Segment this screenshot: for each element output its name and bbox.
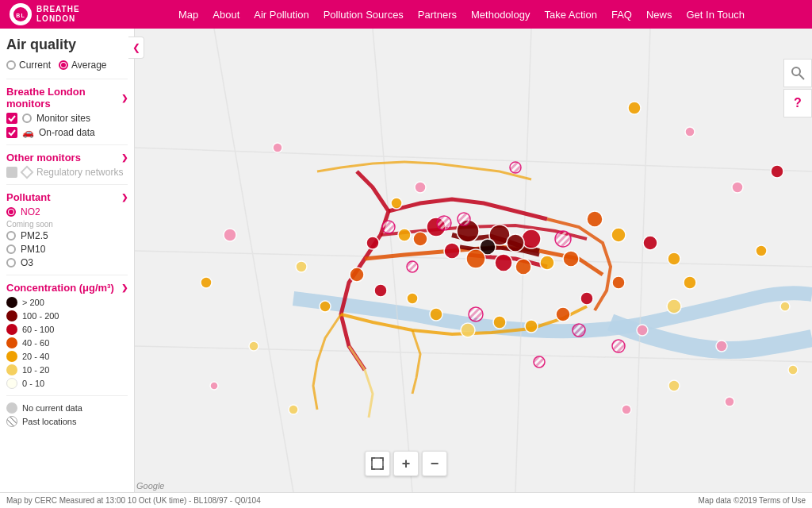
svg-point-16 (628, 102, 641, 114)
pollutant-chevron: ❯ (121, 193, 128, 202)
svg-point-48 (643, 236, 657, 250)
map-container[interactable]: ? (135, 29, 812, 492)
pollutant-pm10[interactable]: PM10 (6, 244, 128, 255)
svg-point-19 (756, 245, 767, 256)
no-current-data-row: No current data (6, 402, 128, 414)
pollutant-o3[interactable]: O3 (6, 257, 128, 268)
nav-methodology[interactable]: Methodology (471, 9, 530, 21)
conc-dot-200 (6, 297, 17, 308)
svg-point-51 (667, 299, 681, 314)
sidebar: Air quality Current Average Breathe Lond… (0, 29, 135, 492)
breathe-monitors-chevron: ❯ (121, 94, 128, 102)
conc-dot-100 (6, 310, 17, 321)
svg-point-59 (580, 292, 593, 305)
nav-about[interactable]: About (213, 9, 239, 21)
conc-label-200: > 200 (22, 298, 44, 307)
pollutant-no2[interactable]: NO2 (6, 206, 128, 217)
svg-point-20 (780, 302, 790, 311)
svg-point-68 (716, 341, 727, 352)
svg-point-32 (540, 256, 554, 270)
svg-point-36 (437, 216, 451, 230)
svg-point-47 (611, 228, 626, 242)
page-title: Air quality (6, 37, 128, 53)
monitor-sites-icon (22, 114, 32, 123)
search-icon (791, 66, 805, 80)
conc-dot-40 (6, 337, 17, 348)
nav-air-pollution[interactable]: Air Pollution (254, 9, 308, 21)
zoom-in-icon: + (402, 456, 411, 472)
fullscreen-button[interactable] (365, 451, 390, 476)
sidebar-collapse-button[interactable]: ❮ (128, 37, 144, 59)
regulatory-networks-item[interactable]: Regulatory networks (6, 167, 128, 178)
pollutant-label: Pollutant (6, 191, 51, 203)
svg-point-42 (573, 324, 585, 337)
conc-dot-0 (6, 378, 17, 389)
svg-point-75 (792, 67, 800, 75)
svg-point-17 (685, 127, 695, 137)
map-data-attribution: Map data ©2019 Terms of Use (698, 496, 806, 505)
breathe-monitors-label: Breathe London monitors (6, 86, 121, 110)
svg-point-12 (201, 277, 212, 288)
map-search-button[interactable] (783, 59, 812, 87)
map-svg (135, 29, 812, 492)
view-mode-group: Current Average (6, 60, 128, 71)
conc-row-10: 10 - 20 (6, 364, 128, 375)
other-monitors-section[interactable]: Other monitors ❯ (6, 152, 128, 164)
svg-point-43 (534, 356, 545, 368)
fullscreen-icon (371, 457, 384, 470)
past-locations-icon (6, 416, 17, 427)
zoom-out-button[interactable]: − (422, 451, 447, 476)
conc-dot-20 (6, 351, 17, 362)
svg-rect-77 (372, 458, 383, 469)
svg-point-50 (684, 276, 696, 289)
no-current-data-label: No current data (22, 403, 82, 413)
regulatory-checkbox (6, 167, 17, 178)
svg-point-41 (469, 307, 483, 321)
on-road-label: On-road data (39, 127, 95, 138)
monitor-sites-item[interactable]: Monitor sites (6, 113, 128, 124)
map-controls: + − (365, 451, 447, 476)
conc-row-100: 100 - 200 (6, 310, 128, 321)
nav-faq[interactable]: FAQ (611, 9, 632, 21)
map-help-button[interactable]: ? (783, 89, 812, 117)
nav-news[interactable]: News (646, 9, 672, 21)
svg-point-28 (444, 243, 460, 259)
nav-map[interactable]: Map (178, 9, 198, 21)
average-label: Average (71, 60, 106, 71)
current-label: Current (19, 60, 51, 71)
svg-point-45 (510, 162, 521, 173)
past-locations-row: Past locations (6, 416, 128, 427)
logo-icon: BL (10, 3, 32, 25)
pm10-label: PM10 (21, 244, 45, 255)
svg-point-52 (637, 325, 648, 336)
average-radio[interactable]: Average (59, 60, 106, 71)
svg-point-58 (556, 307, 570, 321)
nav-pollution-sources[interactable]: Pollution Sources (324, 9, 404, 21)
svg-point-31 (515, 259, 531, 275)
nav-contact[interactable]: Get In Touch (686, 9, 744, 21)
other-monitors-label: Other monitors (6, 152, 81, 164)
nav-take-action[interactable]: Take Action (544, 9, 597, 21)
logo[interactable]: BL BREATHELONDON (0, 3, 111, 25)
conc-row-0: 0 - 10 (6, 378, 128, 389)
pollutant-pm25[interactable]: PM2.5 (6, 230, 128, 241)
svg-point-27 (507, 234, 524, 252)
regulatory-label: Regulatory networks (36, 167, 123, 178)
conc-label-40: 40 - 60 (22, 338, 49, 348)
conc-label-100: 100 - 200 (22, 311, 59, 321)
current-radio[interactable]: Current (6, 60, 51, 71)
svg-point-10 (224, 229, 236, 241)
concentration-section[interactable]: Concentration (μg/m³) ❯ (6, 282, 128, 294)
logo-text: BREATHELONDON (36, 5, 80, 24)
concentration-label: Concentration (μg/m³) (6, 282, 114, 294)
on-road-data-item[interactable]: 🚗 On-road data (6, 127, 128, 138)
breathe-monitors-section[interactable]: Breathe London monitors ❯ (6, 86, 128, 110)
pollutant-section[interactable]: Pollutant ❯ (6, 191, 128, 203)
pm25-label: PM2.5 (21, 230, 48, 241)
conc-row-200: > 200 (6, 297, 128, 308)
zoom-in-button[interactable]: + (393, 451, 419, 476)
no-data-icon (6, 402, 17, 414)
nav-partners[interactable]: Partners (418, 9, 457, 21)
svg-point-25 (522, 229, 541, 248)
svg-point-61 (374, 284, 387, 297)
